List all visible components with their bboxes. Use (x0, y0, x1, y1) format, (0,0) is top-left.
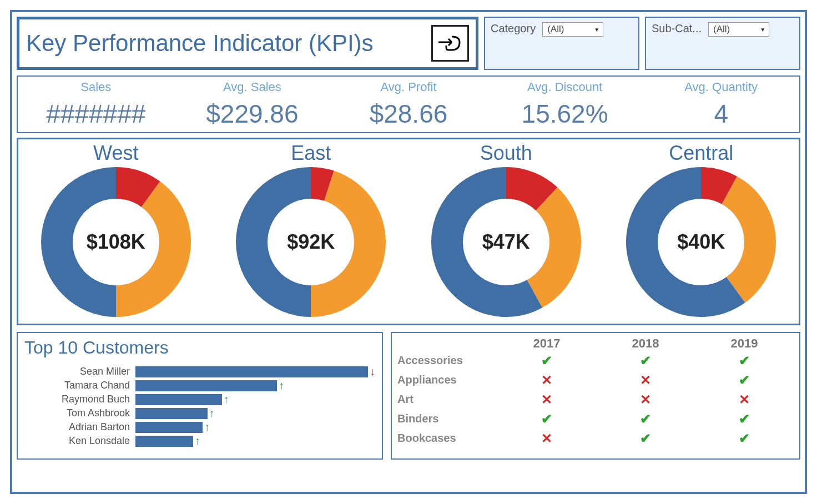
header-row: Key Performance Indicator (KPI)s Categor… (17, 17, 800, 70)
customer-row[interactable]: Ken Lonsdale ↑ (24, 434, 375, 448)
matrix-cell: ✔ (695, 431, 794, 446)
matrix-cell: ✔ (497, 353, 596, 369)
matrix-cell: ✕ (497, 431, 596, 446)
customer-bar (135, 436, 193, 447)
cross-icon: ✕ (739, 392, 750, 407)
matrix-row-label: Bookcases (397, 432, 497, 445)
matrix-cell: ✔ (695, 372, 794, 388)
donut-chart: $92K (236, 167, 386, 317)
donut-chart: $40K (626, 167, 776, 317)
donut-center-value: $108K (87, 230, 145, 254)
kpi-avg-profit: Avg. Profit $28.66 (330, 80, 487, 129)
kpi-label: Avg. Quantity (643, 80, 799, 94)
matrix-row: Art✕✕✕ (397, 390, 794, 409)
matrix-cell: ✔ (497, 411, 596, 427)
donut-chart: $47K (431, 167, 581, 317)
customer-bar-wrap: ↑ (135, 421, 375, 434)
kpi-label: Avg. Discount (487, 80, 643, 94)
check-icon: ✔ (739, 411, 750, 426)
matrix-row: Accessories✔✔✔ (397, 351, 794, 370)
region-donut-central[interactable]: Central $40K (604, 142, 799, 317)
page-title: Key Performance Indicator (KPI)s (26, 30, 426, 57)
matrix-cell: ✔ (596, 353, 695, 369)
matrix-cell: ✔ (695, 411, 794, 427)
customer-bar-wrap: ↑ (135, 379, 375, 392)
cross-icon: ✕ (541, 392, 552, 407)
filter-subcategory-select[interactable]: (All) (708, 22, 769, 37)
check-icon: ✔ (541, 411, 552, 426)
matrix-cell: ✔ (596, 431, 695, 446)
customer-bar (135, 366, 368, 377)
matrix-row-label: Art (397, 393, 497, 406)
matrix-row: Bookcases✕✔✔ (397, 429, 794, 448)
pointer-icon[interactable] (431, 25, 469, 62)
kpi-value: ####### (18, 99, 174, 129)
dashboard-frame: Key Performance Indicator (KPI)s Categor… (10, 10, 807, 494)
check-icon: ✔ (640, 431, 651, 446)
filter-subcategory-value: (All) (713, 24, 730, 35)
check-icon: ✔ (739, 431, 750, 446)
matrix-year-header: 2017 (497, 336, 596, 351)
check-icon: ✔ (739, 372, 750, 387)
customer-row[interactable]: Adrian Barton ↑ (24, 420, 375, 434)
trend-down-icon: ↓ (370, 365, 375, 378)
customers-list: Sean Miller ↓ Tamara Chand ↑ Raymond Buc… (24, 365, 375, 448)
region-name: East (214, 142, 409, 165)
customer-row[interactable]: Tom Ashbrook ↑ (24, 406, 375, 420)
title-panel: Key Performance Indicator (KPI)s (17, 17, 478, 70)
customer-row[interactable]: Tamara Chand ↑ (24, 379, 375, 392)
category-year-matrix-panel: 201720182019 Accessories✔✔✔Appliances✕✕✔… (391, 332, 800, 460)
customer-name: Tamara Chand (24, 380, 135, 391)
matrix-cell: ✕ (497, 392, 596, 407)
check-icon: ✔ (640, 411, 651, 426)
kpi-value: 15.62% (487, 99, 643, 129)
top-customers-title: Top 10 Customers (24, 337, 375, 358)
customer-bar (135, 422, 203, 433)
region-donut-south[interactable]: South $47K (408, 142, 604, 317)
cross-icon: ✕ (640, 372, 651, 387)
cross-icon: ✕ (541, 372, 552, 387)
check-icon: ✔ (640, 353, 651, 368)
matrix-cell: ✕ (596, 392, 695, 407)
check-icon: ✔ (541, 353, 552, 368)
customer-bar (135, 394, 222, 405)
matrix-cell: ✕ (695, 392, 794, 407)
region-donut-west[interactable]: West $108K (18, 142, 214, 317)
kpi-value: 4 (643, 99, 799, 129)
kpi-label: Avg. Profit (330, 80, 487, 94)
kpi-sales: Sales ####### (18, 80, 174, 129)
matrix-row: Appliances✕✕✔ (397, 370, 794, 390)
customer-bar-wrap: ↓ (135, 365, 375, 378)
matrix-row-label: Accessories (397, 354, 497, 367)
filter-subcategory-panel: Sub-Cat... (All) (645, 17, 800, 70)
filter-category-value: (All) (547, 24, 564, 35)
customer-row[interactable]: Raymond Buch ↑ (24, 392, 375, 406)
matrix-row: Binders✔✔✔ (397, 409, 794, 429)
customer-row[interactable]: Sean Miller ↓ (24, 365, 375, 379)
matrix-cell: ✕ (497, 372, 596, 388)
region-name: Central (604, 142, 799, 165)
region-donut-panel: West $108K East $92K South $47K Central … (17, 138, 800, 325)
donut-center-value: $47K (482, 230, 530, 254)
region-donut-east[interactable]: East $92K (214, 142, 409, 317)
customer-bar-wrap: ↑ (135, 407, 375, 420)
customer-bar-wrap: ↑ (135, 393, 375, 406)
customer-name: Ken Lonsdale (24, 435, 135, 447)
kpi-row: Sales ####### Avg. Sales $229.86 Avg. Pr… (17, 75, 800, 133)
kpi-value: $229.86 (174, 99, 331, 129)
top-customers-panel: Top 10 Customers Sean Miller ↓ Tamara Ch… (17, 332, 383, 460)
kpi-avg-quantity: Avg. Quantity 4 (643, 80, 799, 129)
customer-name: Adrian Barton (24, 421, 135, 433)
customer-name: Sean Miller (24, 366, 135, 377)
kpi-avg-discount: Avg. Discount 15.62% (487, 80, 643, 129)
filter-category-select[interactable]: (All) (542, 22, 603, 37)
filter-category-label: Category (491, 22, 536, 35)
trend-up-icon: ↑ (279, 379, 284, 392)
matrix-cell: ✔ (695, 353, 794, 369)
matrix-year-header: 2019 (695, 336, 794, 351)
trend-up-icon: ↑ (195, 435, 200, 447)
matrix-body: Accessories✔✔✔Appliances✕✕✔Art✕✕✕Binders… (397, 351, 794, 448)
cross-icon: ✕ (541, 431, 552, 446)
cross-icon: ✕ (640, 392, 651, 407)
matrix-cell: ✕ (596, 372, 695, 388)
